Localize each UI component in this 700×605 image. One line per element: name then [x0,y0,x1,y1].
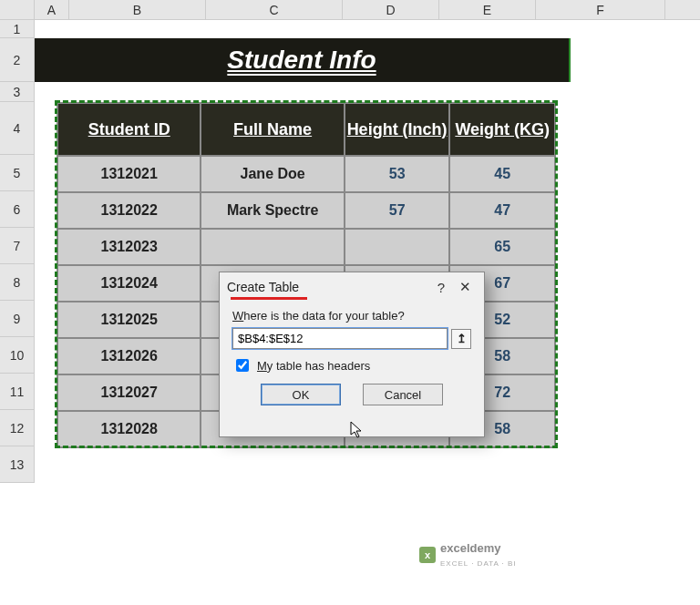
table-cell[interactable] [201,229,344,265]
prompt-accel: W [232,309,243,323]
row-header-3[interactable]: 3 [0,82,35,102]
table-cell[interactable]: 1312027 [57,374,201,411]
col-header-F[interactable]: F [536,0,665,19]
prompt-rest: here is the data for your table? [243,309,404,323]
title-cell: Student Info [35,38,571,82]
row-header-1[interactable]: 1 [0,20,35,38]
col-header-B[interactable]: B [69,0,206,19]
table-header[interactable]: Height (Inch) [345,103,450,156]
table-cell[interactable]: 57 [345,192,450,229]
row-headers: 12345678910111213 [0,20,35,483]
row-header-6[interactable]: 6 [0,191,35,228]
watermark: x exceldemy EXCEL · DATA · BI [419,541,517,569]
row-header-2[interactable]: 2 [0,38,35,82]
table-range-input[interactable] [232,328,448,349]
row-header-10[interactable]: 10 [0,337,35,374]
spreadsheet-viewport: ABCDEF 12345678910111213 Student Info St… [0,0,700,605]
watermark-sub: EXCEL · DATA · BI [440,559,517,568]
table-row[interactable]: 1312021Jane Doe5345 [57,156,555,192]
create-table-dialog: Create Table ? ✕ Where is the data for y… [219,272,485,437]
table-cell[interactable]: 1312023 [57,229,201,265]
row-header-9[interactable]: 9 [0,301,35,337]
table-cell[interactable]: 1312022 [57,192,201,229]
col-header-A[interactable]: A [35,0,69,19]
row-header-11[interactable]: 11 [0,374,35,410]
sheet-title: Student Info [227,46,376,75]
help-icon[interactable]: ? [429,280,453,295]
close-icon[interactable]: ✕ [453,279,477,295]
table-cell[interactable]: 1312024 [57,265,201,302]
collapse-range-icon[interactable]: ↥ [451,329,471,349]
table-cell[interactable]: 45 [449,156,555,192]
check-accel: M [257,359,267,373]
row-header-13[interactable]: 13 [0,446,35,483]
table-header[interactable]: Full Name [201,103,344,156]
table-cell[interactable]: 1312026 [57,338,201,374]
dialog-prompt: Where is the data for your table? [232,309,471,323]
has-headers-label: My table has headers [257,359,370,373]
ok-button[interactable]: OK [261,384,341,405]
headers-checkbox-row[interactable]: My table has headers [232,356,471,374]
col-header-E[interactable]: E [439,0,536,19]
table-cell[interactable]: 53 [345,156,450,192]
watermark-icon: x [419,547,436,563]
table-cell[interactable]: 47 [449,192,555,229]
row-header-5[interactable]: 5 [0,155,35,191]
table-row[interactable]: 1312022Mark Spectre5747 [57,192,555,229]
table-cell[interactable]: Jane Doe [201,156,344,192]
dialog-title: Create Table [227,280,429,294]
table-cell[interactable]: 65 [449,229,555,265]
table-cell[interactable] [345,229,450,265]
col-header-C[interactable]: C [206,0,343,19]
has-headers-checkbox[interactable] [236,359,249,372]
range-input-row: ↥ [232,328,471,349]
dialog-body: Where is the data for your table? ↥ My t… [220,302,484,374]
table-cell[interactable]: 1312025 [57,302,201,338]
row-header-7[interactable]: 7 [0,228,35,264]
dialog-buttons: OK Cancel [220,384,484,415]
table-cell[interactable]: 1312021 [57,156,201,192]
table-cell[interactable]: 1312028 [57,411,201,447]
col-header-D[interactable]: D [343,0,439,19]
table-header[interactable]: Student ID [57,103,201,156]
watermark-text: exceldemy [440,541,501,555]
table-cell[interactable]: Mark Spectre [201,192,344,229]
table-row[interactable]: 131202365 [57,229,555,265]
check-rest: y table has headers [267,359,370,373]
row-header-8[interactable]: 8 [0,264,35,301]
row-header-12[interactable]: 12 [0,410,35,446]
annotation-underline [231,297,307,300]
row-header-4[interactable]: 4 [0,102,35,155]
cancel-button[interactable]: Cancel [363,384,443,405]
table-header[interactable]: Weight (KG) [449,103,555,156]
column-headers: ABCDEF [0,0,700,20]
